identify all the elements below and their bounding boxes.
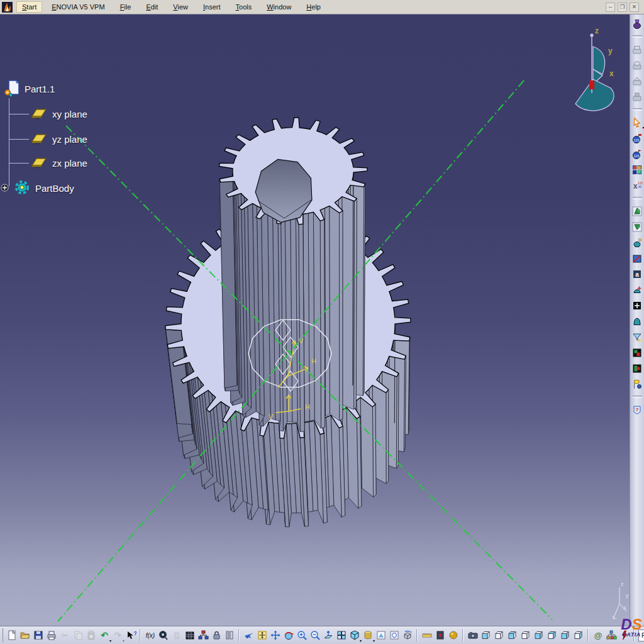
pan-icon[interactable] [269, 630, 281, 641]
menu-tools[interactable]: Tools [230, 1, 258, 13]
gray-feature-2-icon[interactable] [631, 59, 643, 71]
tree-node-yz-plane[interactable]: yz plane [29, 131, 87, 147]
product-structure-icon[interactable] [605, 630, 617, 641]
tree-node-xy-plane[interactable]: xy plane [29, 106, 87, 122]
iso-view-icon[interactable]: ▾ [348, 630, 360, 641]
svg-text:?: ? [636, 407, 639, 413]
select-cursor-icon[interactable]: ▾ [631, 116, 643, 128]
black-plus-icon[interactable] [631, 299, 643, 311]
shaft-teal-icon[interactable] [631, 236, 643, 248]
view-cube-1-icon[interactable] [480, 630, 492, 641]
catia-app-icon[interactable] [2, 2, 13, 13]
knowledge-flag-1-icon[interactable]: 123 [631, 132, 643, 144]
view-cube-6-icon[interactable] [546, 630, 558, 641]
gray-feature-4-icon[interactable] [631, 91, 643, 103]
fit-all-in-icon[interactable] [256, 630, 268, 641]
view-cube-3-icon[interactable] [506, 630, 518, 641]
view-cube-5-icon[interactable] [533, 630, 545, 641]
compass[interactable]: zyx [575, 26, 614, 111]
pad-framed-icon[interactable] [631, 205, 643, 217]
menu-view[interactable]: View [167, 1, 194, 13]
3d-viewport[interactable]: VHVHzyxzyx Part1.1xy planeyz planezx pla… [0, 14, 630, 626]
menu-window[interactable]: Window [261, 1, 297, 13]
tree-label[interactable]: zx plane [52, 158, 87, 169]
print-icon[interactable] [45, 630, 57, 641]
menu-insert[interactable]: Insert [197, 1, 226, 13]
multi-view-icon[interactable] [335, 630, 347, 641]
gray-feature-1-icon[interactable] [631, 43, 643, 55]
zoom-out-icon[interactable] [309, 630, 321, 641]
menu-edit[interactable]: Edit [140, 1, 164, 13]
zoom-in-icon[interactable] [296, 630, 308, 641]
tiny-feature-icon[interactable] [170, 630, 182, 641]
axis-h-label: H [305, 403, 310, 411]
view-cube-4-icon[interactable] [519, 630, 531, 641]
apply-material-icon[interactable] [447, 630, 459, 641]
minimize-button[interactable]: – [606, 3, 615, 12]
gray-feature-3-icon[interactable] [631, 75, 643, 87]
view-cube-2-icon[interactable] [493, 630, 505, 641]
paint-pot-icon[interactable] [631, 18, 643, 30]
tree-node-partbody[interactable]: PartBody [1, 179, 74, 197]
close-button[interactable]: ✕ [630, 3, 639, 12]
funnel-arrow-icon[interactable] [631, 331, 643, 343]
tree-label[interactable]: xy plane [52, 109, 87, 119]
axis-numeric-icon[interactable]: x12345 [631, 179, 643, 191]
knowledge-flag-2-icon[interactable]: 123 [631, 148, 643, 160]
menu-help[interactable]: Help [301, 1, 326, 13]
measure-ruler-icon[interactable] [421, 630, 433, 641]
open-folder-icon[interactable] [19, 630, 31, 641]
toolbar-separator [462, 629, 464, 641]
padlock-icon[interactable] [210, 630, 222, 641]
tree-label[interactable]: PartBody [35, 183, 74, 194]
fillet-slash-icon[interactable] [631, 252, 643, 264]
columns-icon[interactable] [223, 630, 235, 641]
sketcher-grid-icon[interactable] [631, 164, 643, 175]
menu-file[interactable]: File [114, 1, 137, 13]
examine-box-icon[interactable] [401, 630, 413, 641]
measure-item-icon[interactable] [434, 630, 446, 641]
view-cube-7-icon[interactable] [559, 630, 571, 641]
copy-icon[interactable] [72, 630, 84, 641]
save-icon[interactable] [32, 630, 44, 641]
normal-view-icon[interactable] [322, 630, 334, 641]
design-table-icon[interactable] [184, 630, 196, 641]
view-circle-icon[interactable] [388, 630, 400, 641]
pocket-framed-icon[interactable] [631, 221, 643, 233]
formula-fx-icon[interactable]: f(x) [144, 630, 156, 641]
rotate-view-icon[interactable] [282, 630, 294, 641]
tree-node-zx-plane[interactable]: zx plane [29, 155, 87, 171]
render-style-icon[interactable]: ▾ [362, 630, 374, 641]
toolbar-handle[interactable] [2, 628, 3, 642]
redo-icon[interactable]: ↷▾ [111, 630, 123, 641]
view-plane-icon[interactable] [375, 630, 387, 641]
undo-icon[interactable]: ↶▾ [98, 630, 110, 641]
expand-plus-icon[interactable] [1, 183, 9, 194]
knowledge-balloon-icon[interactable] [157, 630, 169, 641]
boolean-remove-icon[interactable] [631, 362, 643, 374]
toolbar-separator [633, 35, 642, 38]
measure-shield-icon[interactable]: ? [631, 404, 643, 416]
tree-label[interactable]: Part1.1 [25, 84, 55, 94]
tree-label[interactable]: yz plane [52, 134, 87, 145]
menu-enovia-v5-vpm[interactable]: ENOVIA V5 VPM [46, 1, 110, 13]
tree-node-part[interactable]: Part1.1 [4, 79, 55, 99]
fly-mode-icon[interactable] [243, 630, 255, 641]
org-chart-icon[interactable] [197, 630, 209, 641]
new-document-icon[interactable] [6, 630, 18, 641]
weblink-icon[interactable]: @ [592, 630, 604, 641]
whats-this-icon[interactable]: ? [125, 630, 136, 641]
cut-icon[interactable]: ✂ [58, 630, 70, 641]
teal-blob-icon[interactable] [631, 315, 643, 327]
teal-plus-icon[interactable] [631, 284, 643, 296]
mini-axis-x-label: x [623, 604, 626, 611]
boolean-add-icon[interactable] [631, 347, 643, 358]
menu-start[interactable]: Start [16, 1, 42, 13]
svg-text:✂: ✂ [61, 631, 68, 640]
render-camera-icon[interactable] [467, 630, 479, 641]
view-cube-8-icon[interactable] [572, 630, 584, 641]
restore-button[interactable]: ❐ [618, 3, 627, 12]
paste-icon[interactable] [85, 630, 97, 641]
annotation-text-icon[interactable]: a [631, 268, 643, 280]
flag-gear-icon[interactable] [631, 378, 643, 390]
